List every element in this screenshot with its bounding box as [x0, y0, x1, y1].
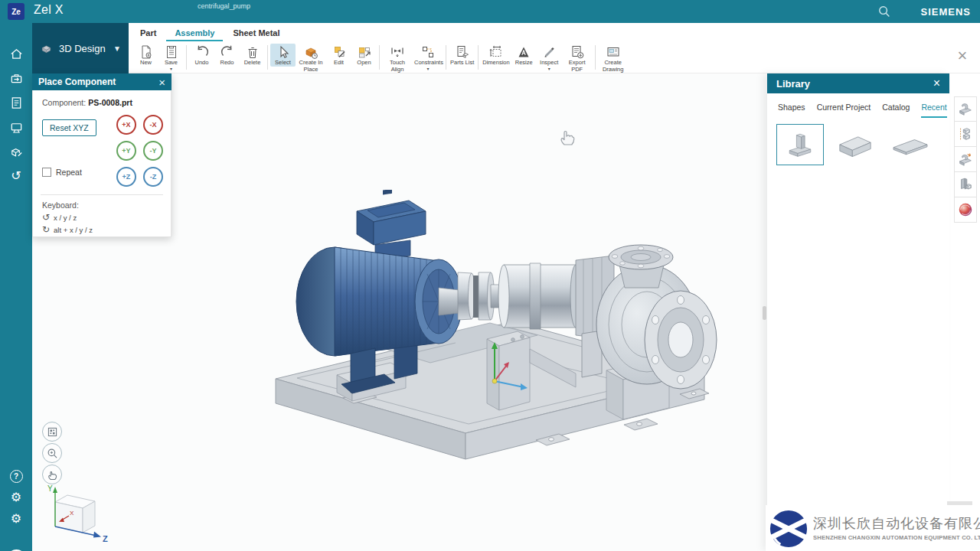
place-component-panel: Place Component × Component: PS-0008.prt… — [32, 73, 172, 237]
tool-create-drawing[interactable]: Create Drawing — [598, 44, 629, 73]
home-icon[interactable] — [8, 46, 24, 61]
repeat-checkbox[interactable] — [42, 168, 51, 177]
tool-dimension[interactable]: Dimension — [481, 44, 511, 67]
help-icon[interactable]: ? — [8, 468, 24, 484]
toolbar-separator — [186, 45, 187, 70]
ribbon-tabs: Part Assembly Sheet Metal — [132, 23, 289, 43]
tab-assembly[interactable]: Assembly — [166, 25, 223, 41]
close-icon[interactable]: × — [933, 77, 940, 90]
component-tool-4[interactable] — [954, 172, 977, 197]
tool-create-in-place[interactable]: Create In Place — [296, 44, 326, 73]
rotate-plus-y-button[interactable]: +Y — [116, 141, 136, 161]
history-icon[interactable]: ↺ — [8, 168, 24, 184]
zoom-button[interactable] — [42, 443, 62, 463]
component-tool-3[interactable] — [954, 147, 977, 172]
tool-resize[interactable]: Resize — [511, 44, 537, 67]
new-icon — [139, 44, 154, 60]
tool-undo[interactable]: Undo — [189, 44, 214, 67]
repeat-label: Repeat — [56, 168, 82, 177]
3d-model-centrifugal-pump[interactable] — [260, 190, 720, 465]
tool-label: New — [140, 60, 152, 67]
tab-current-project[interactable]: Current Project — [817, 103, 871, 118]
component-tool-2[interactable] — [954, 122, 977, 147]
tool-new[interactable]: New — [133, 44, 158, 67]
tab-sheet-metal[interactable]: Sheet Metal — [224, 25, 288, 41]
tool-label: Parts List — [450, 60, 474, 67]
panel-divider — [41, 194, 163, 195]
rotate-minus-z-button[interactable]: -Z — [143, 167, 163, 187]
place-component-header[interactable]: Place Component × — [32, 73, 172, 90]
tab-shapes[interactable]: Shapes — [778, 103, 805, 118]
company-name-en: SHENZHEN CHANGXIN AUTOMATION EQUIPMENT C… — [813, 534, 980, 541]
library-item-support-bracket[interactable] — [776, 124, 824, 165]
stacked-cubes-icon — [957, 126, 974, 142]
block-thumbnail — [834, 128, 877, 161]
tool-open[interactable]: Open — [351, 44, 377, 67]
mode-part-icon — [40, 42, 53, 55]
building-blocks-icon — [957, 176, 974, 193]
tool-label: Resize — [515, 60, 533, 67]
rotate-ccw-icon: ↺ — [42, 213, 50, 222]
tool-select[interactable]: Select — [270, 44, 296, 67]
close-icon[interactable]: × — [158, 77, 165, 88]
tool-parts-list[interactable]: Parts List — [449, 44, 475, 67]
tool-constraints[interactable]: Constraints ▾ — [413, 44, 443, 71]
close-icon[interactable]: × — [952, 46, 972, 66]
library-header[interactable]: Library × — [767, 73, 949, 93]
tool-label: Create Drawing — [599, 60, 627, 73]
component-tool-1[interactable] — [954, 96, 977, 122]
tool-save[interactable]: Save ▾ — [158, 44, 184, 71]
rotate-minus-x-button[interactable]: -X — [143, 115, 163, 135]
tool-inspect[interactable]: Inspect ▾ — [537, 44, 562, 71]
tool-label: Undo — [195, 60, 209, 67]
app-logo[interactable]: Ze — [8, 3, 24, 20]
projects-icon[interactable] — [8, 70, 24, 86]
tool-label: Create In Place — [297, 60, 325, 73]
left-sidebar: ↺ ? ⚙ ⚙ — [0, 23, 32, 551]
render-tool[interactable] — [954, 197, 977, 223]
toolbar-separator — [379, 45, 380, 70]
view-cube[interactable]: Y Z X — [34, 482, 110, 551]
tab-recent[interactable]: Recent — [921, 103, 946, 118]
tab-catalog[interactable]: Catalog — [882, 103, 910, 118]
design-part-icon[interactable] — [8, 144, 24, 159]
devices-icon[interactable] — [8, 119, 24, 135]
hand-cursor-icon — [557, 125, 576, 146]
repeat-option[interactable]: Repeat — [42, 168, 82, 177]
search-icon[interactable] — [877, 5, 891, 18]
create-in-place-icon — [303, 44, 318, 60]
mode-selector[interactable]: 3D Design ▼ — [32, 23, 129, 73]
ribbon: Part Assembly Sheet Metal New Save ▾ — [129, 23, 980, 73]
shortcut-label: alt + x / y / z — [54, 226, 93, 234]
tool-export-pdf[interactable]: Export PDF — [562, 44, 593, 73]
help-glyph: ? — [10, 470, 23, 483]
shortcut-rotate: ↺ x / y / z — [42, 213, 77, 222]
clamp-part-icon — [957, 101, 974, 118]
tool-redo[interactable]: Redo — [214, 44, 240, 67]
rotate-plus-z-button[interactable]: +Z — [116, 167, 136, 187]
reset-xyz-button[interactable]: Reset XYZ — [42, 119, 96, 136]
app-name: Zel X — [34, 3, 64, 17]
panel-resize-handle[interactable] — [763, 306, 766, 320]
shortcut-rotate-alt: ↻ alt + x / y / z — [42, 225, 93, 234]
panel-title: Library — [776, 78, 810, 90]
settings-icon[interactable]: ⚙ — [8, 490, 24, 505]
rotate-plus-x-button[interactable]: +X — [116, 115, 136, 135]
export-pdf-icon — [570, 44, 585, 60]
tool-label: Touch Align — [384, 60, 411, 73]
rotate-minus-y-button[interactable]: -Y — [143, 141, 163, 161]
preferences-icon[interactable]: ⚙ — [8, 511, 24, 527]
tool-delete[interactable]: Delete — [240, 44, 265, 67]
fit-view-button[interactable] — [42, 422, 62, 442]
undo-icon — [194, 44, 210, 60]
library-item-flat-plate[interactable] — [887, 124, 934, 165]
library-item-rectangular-block[interactable] — [831, 124, 879, 165]
company-watermark: 深圳长欣自动化设备有限公司 SHENZHEN CHANGXIN AUTOMATI… — [766, 505, 980, 551]
redo-icon — [220, 44, 235, 60]
tab-part[interactable]: Part — [132, 25, 165, 41]
tool-edit[interactable]: Edit — [326, 44, 351, 67]
tool-label: Redo — [220, 60, 234, 67]
notes-icon[interactable] — [8, 95, 24, 110]
app-logo-text: Ze — [11, 8, 21, 16]
tool-touch-align[interactable]: Touch Align — [382, 44, 413, 73]
